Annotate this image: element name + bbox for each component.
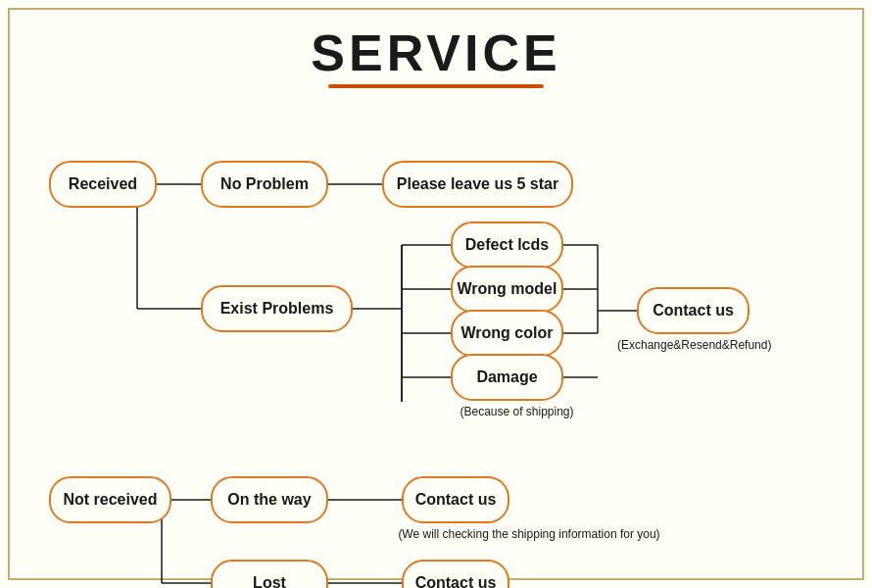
node-contact-us-3: Contact us	[402, 560, 509, 588]
node-defect-lcds: Defect lcds	[451, 221, 563, 269]
node-exist-problems: Exist Problems	[201, 285, 353, 332]
node-no-problem: No Problem	[201, 161, 328, 208]
node-please-leave: Please leave us 5 star	[382, 161, 573, 208]
node-contact-us-2: Contact us	[402, 476, 509, 523]
outer-border: SERVICE	[8, 8, 864, 580]
node-lost: Lost	[211, 560, 328, 588]
node-not-received: Not received	[49, 476, 171, 523]
node-damage: Damage	[451, 354, 563, 401]
contact-us-1-note: (Exchange&Resend&Refund)	[617, 338, 769, 352]
node-received: Received	[49, 161, 157, 208]
diagram: Received No Problem Please leave us 5 st…	[29, 118, 843, 559]
contact-us-2-note: (We will checking the shipping informati…	[377, 527, 681, 541]
node-wrong-color: Wrong color	[451, 310, 563, 357]
title-underline	[328, 84, 544, 88]
node-on-the-way: On the way	[211, 476, 328, 523]
node-wrong-model: Wrong model	[451, 266, 563, 313]
node-contact-us-1: Contact us	[637, 287, 750, 334]
damage-note: (Because of shipping)	[441, 405, 593, 418]
page-title: SERVICE	[10, 10, 862, 78]
